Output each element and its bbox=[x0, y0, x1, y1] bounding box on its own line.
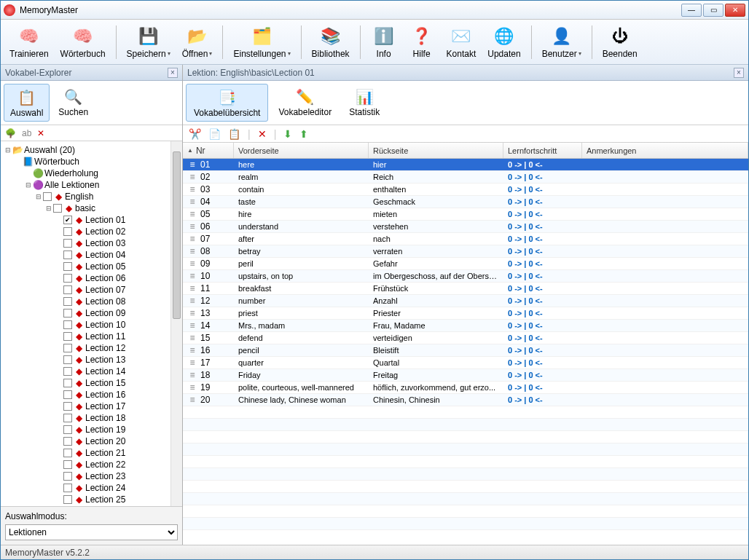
checkbox[interactable] bbox=[63, 495, 72, 504]
tree-lection-item[interactable]: ◆Lection 09 bbox=[1, 307, 182, 319]
benutzer-button[interactable]: 👤Benutzer▾ bbox=[538, 22, 586, 63]
table-row[interactable]: ≡04tasteGeschmack0 -> | 0 <- bbox=[183, 196, 748, 208]
tree-lection-item[interactable]: ◆Lection 21 bbox=[1, 447, 182, 459]
table-row[interactable]: ≡13priestPriester0 -> | 0 <- bbox=[183, 307, 748, 320]
table-row[interactable]: ≡10upstairs, on topim Obergeschoss, auf … bbox=[183, 270, 748, 283]
move-up-icon[interactable]: ⬆ bbox=[299, 128, 308, 140]
checkbox[interactable] bbox=[43, 192, 52, 201]
checkbox[interactable] bbox=[53, 204, 62, 213]
bibliothek-button[interactable]: 📚Bibliothek bbox=[307, 22, 354, 63]
table-row[interactable]: ≡05hiremieten0 -> | 0 <- bbox=[183, 208, 748, 221]
tab-statistik[interactable]: 📊Statistik bbox=[342, 84, 387, 122]
info-button[interactable]: ℹ️Info bbox=[366, 22, 401, 63]
lesson-close-button[interactable]: × bbox=[734, 68, 744, 78]
table-row[interactable]: ≡02realmReich0 -> | 0 <- bbox=[183, 171, 748, 184]
checkbox[interactable] bbox=[63, 355, 72, 364]
einstellungen-button[interactable]: 🗂️Einstellungen▾ bbox=[229, 22, 294, 63]
table-row[interactable]: ≡03containenthalten0 -> | 0 <- bbox=[183, 184, 748, 196]
table-row[interactable]: ≡07afternach0 -> | 0 <- bbox=[183, 233, 748, 245]
copy-icon[interactable]: 📄 bbox=[208, 128, 221, 140]
tree-lection-item[interactable]: ◆Lection 20 bbox=[1, 435, 182, 447]
table-row[interactable]: ≡11breakfastFrühstück0 -> | 0 <- bbox=[183, 283, 748, 295]
tree-lection-item[interactable]: ◆Lection 13 bbox=[1, 354, 182, 366]
woerterbuch-button[interactable]: 🧠Wörterbuch bbox=[56, 22, 110, 63]
suchen-tab[interactable]: 🔍Suchen bbox=[52, 84, 94, 122]
speichern-button[interactable]: 💾Speichern▾ bbox=[122, 22, 175, 63]
checkbox[interactable] bbox=[63, 274, 72, 283]
checkbox[interactable] bbox=[63, 297, 72, 306]
rename-icon[interactable]: ab bbox=[22, 128, 31, 138]
expand-toggle-icon[interactable]: ⊟ bbox=[34, 193, 43, 200]
beenden-button[interactable]: ⏻Beenden bbox=[598, 22, 642, 63]
tree-lection-item[interactable]: ◆Lection 02 bbox=[1, 226, 182, 237]
checkbox[interactable] bbox=[63, 227, 72, 236]
table-row[interactable]: ≡14Mrs., madamFrau, Madame0 -> | 0 <- bbox=[183, 320, 748, 332]
table-row[interactable]: ≡01herehier0 -> | 0 <- bbox=[183, 159, 748, 171]
checkbox[interactable] bbox=[63, 262, 72, 271]
table-row[interactable]: ≡16pencilBleistift0 -> | 0 <- bbox=[183, 344, 748, 357]
tree-lection-item[interactable]: ◆Lection 05 bbox=[1, 261, 182, 272]
tree-toggle-icon[interactable]: 🌳 bbox=[5, 128, 16, 138]
tree-item[interactable]: ⊟🟣Alle Lektionen bbox=[1, 179, 182, 191]
checkbox[interactable] bbox=[63, 379, 72, 387]
table-row[interactable]: ≡17quarterQuartal0 -> | 0 <- bbox=[183, 357, 748, 369]
checkbox[interactable] bbox=[63, 251, 72, 259]
tree-lection-item[interactable]: ◆Lection 24 bbox=[1, 482, 182, 494]
kontakt-button[interactable]: ✉️Kontakt bbox=[442, 22, 481, 63]
tree-lection-item[interactable]: ◆Lection 25 bbox=[1, 494, 182, 505]
checkbox[interactable] bbox=[63, 344, 72, 352]
tree-item[interactable]: 🟢Wiederholung bbox=[1, 167, 182, 179]
lection-tree[interactable]: ⊟📂Auswahl (20) 📘Wörterbuch🟢Wiederholung⊟… bbox=[1, 141, 182, 506]
explorer-close-button[interactable]: × bbox=[168, 68, 178, 78]
tree-lection-item[interactable]: ◆Lection 17 bbox=[1, 401, 182, 412]
checkbox[interactable] bbox=[63, 472, 72, 481]
delete-row-icon[interactable]: ✕ bbox=[258, 128, 267, 140]
tree-item[interactable]: 📘Wörterbuch bbox=[1, 156, 182, 167]
cut-icon[interactable]: ✂️ bbox=[189, 128, 201, 140]
col-notes[interactable]: Anmerkungen bbox=[582, 143, 748, 158]
col-progress[interactable]: Lernfortschritt bbox=[503, 143, 582, 158]
move-down-icon[interactable]: ⬇ bbox=[283, 128, 292, 140]
tree-lection-item[interactable]: ◆Lection 11 bbox=[1, 331, 182, 342]
table-row[interactable]: ≡08betrayverraten0 -> | 0 <- bbox=[183, 245, 748, 258]
tree-scroll-thumb[interactable] bbox=[173, 151, 181, 319]
paste-icon[interactable]: 📋 bbox=[228, 128, 240, 140]
tree-item[interactable]: ⊟◆basic bbox=[1, 202, 182, 214]
tab-editor[interactable]: ✏️Vokabeleditor bbox=[271, 84, 339, 122]
tree-item[interactable]: ⊟◆English bbox=[1, 191, 182, 202]
tree-lection-item[interactable]: ◆Lection 22 bbox=[1, 459, 182, 470]
expand-toggle-icon[interactable]: ⊟ bbox=[44, 205, 53, 212]
delete-icon[interactable]: ✕ bbox=[37, 128, 44, 138]
checkbox[interactable] bbox=[63, 367, 72, 376]
expand-toggle-icon[interactable]: ⊟ bbox=[24, 181, 33, 189]
tree-lection-item[interactable]: ◆Lection 04 bbox=[1, 249, 182, 261]
checkbox[interactable] bbox=[63, 332, 72, 341]
tree-lection-item[interactable]: ◆Lection 08 bbox=[1, 296, 182, 307]
table-row[interactable]: ≡20Chinese lady, Chinese womanChinesin, … bbox=[183, 394, 748, 406]
tree-root[interactable]: ⊟📂Auswahl (20) bbox=[1, 144, 182, 156]
checkbox[interactable] bbox=[63, 425, 72, 434]
tree-lection-item[interactable]: ◆Lection 15 bbox=[1, 377, 182, 389]
checkbox[interactable] bbox=[63, 437, 72, 446]
close-button[interactable]: ✕ bbox=[725, 4, 745, 17]
tree-lection-item[interactable]: ◆Lection 19 bbox=[1, 424, 182, 435]
tree-lection-item[interactable]: ◆Lection 10 bbox=[1, 319, 182, 331]
checkbox[interactable] bbox=[63, 449, 72, 457]
table-row[interactable]: ≡18FridayFreitag0 -> | 0 <- bbox=[183, 369, 748, 382]
checkbox[interactable] bbox=[63, 484, 72, 492]
grid-body[interactable]: ≡01herehier0 -> | 0 <-≡02realmReich0 -> … bbox=[183, 159, 748, 545]
checkbox[interactable] bbox=[63, 402, 72, 411]
tree-lection-item[interactable]: ◆Lection 07 bbox=[1, 284, 182, 296]
hilfe-button[interactable]: ❓Hilfe bbox=[404, 22, 439, 63]
table-row[interactable]: ≡15defendverteidigen0 -> | 0 <- bbox=[183, 332, 748, 344]
auswahl-tab[interactable]: 📋Auswahl bbox=[4, 84, 50, 122]
minimize-button[interactable]: — bbox=[681, 4, 702, 17]
checkbox[interactable]: ✔ bbox=[63, 216, 72, 224]
checkbox[interactable] bbox=[63, 309, 72, 318]
tree-scrollbar[interactable] bbox=[170, 141, 182, 506]
oeffnen-button[interactable]: 📂Öffnen▾ bbox=[178, 22, 217, 63]
tree-lection-item[interactable]: ◆Lection 16 bbox=[1, 389, 182, 401]
tab-uebersicht[interactable]: 📑Vokabelübersicht bbox=[186, 84, 268, 122]
table-row[interactable]: ≡09perilGefahr0 -> | 0 <- bbox=[183, 258, 748, 270]
updaten-button[interactable]: 🌐Updaten bbox=[483, 22, 525, 63]
